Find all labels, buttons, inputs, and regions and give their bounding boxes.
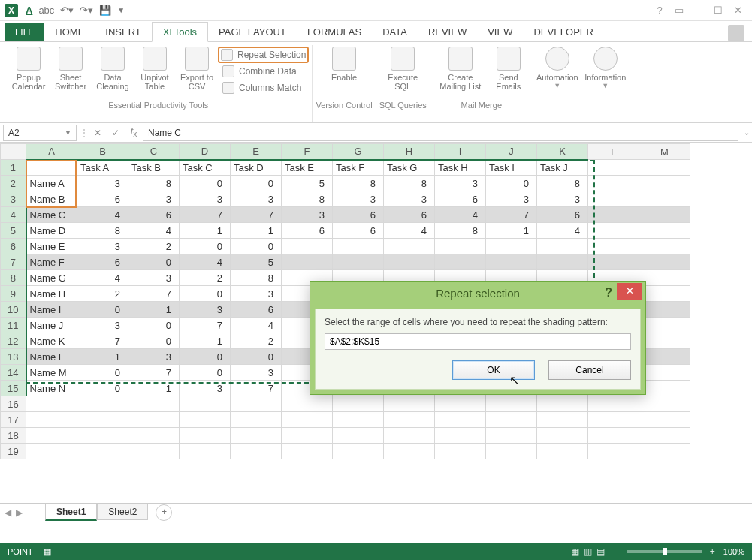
- cell[interactable]: [639, 365, 690, 381]
- cell[interactable]: Name G: [26, 270, 77, 286]
- cell[interactable]: Name D: [26, 223, 77, 239]
- cell[interactable]: 3: [435, 176, 486, 191]
- cell[interactable]: [537, 254, 588, 270]
- select-all-corner[interactable]: [1, 144, 26, 160]
- cell[interactable]: [180, 428, 231, 444]
- cell[interactable]: [282, 239, 333, 254]
- close-window-icon[interactable]: ✕: [728, 5, 747, 16]
- row-header[interactable]: 19: [1, 444, 26, 459]
- cell[interactable]: 1: [180, 333, 231, 349]
- accept-formula-icon[interactable]: ✓: [107, 128, 125, 138]
- cell[interactable]: 8: [435, 223, 486, 239]
- cell[interactable]: 3: [180, 302, 231, 318]
- version-control-enable-button[interactable]: Enable: [323, 45, 365, 99]
- cell[interactable]: 6: [77, 254, 128, 270]
- cell[interactable]: [26, 444, 77, 459]
- cell[interactable]: [486, 254, 537, 270]
- cell[interactable]: 3: [231, 191, 282, 207]
- cell[interactable]: Task F: [333, 160, 384, 176]
- cell[interactable]: 0: [231, 239, 282, 254]
- tab-page-layout[interactable]: PAGE LAYOUT: [208, 23, 297, 41]
- cell[interactable]: [384, 396, 435, 412]
- tab-xltools[interactable]: XLTools: [152, 22, 208, 42]
- cell[interactable]: [384, 412, 435, 428]
- cell[interactable]: Task D: [231, 160, 282, 176]
- cell[interactable]: 8: [282, 191, 333, 207]
- expand-formula-bar-icon[interactable]: ⌄: [744, 128, 750, 137]
- cell[interactable]: Name A: [26, 176, 77, 191]
- cell[interactable]: [384, 428, 435, 444]
- tab-file[interactable]: FILE: [5, 23, 44, 41]
- cell[interactable]: Name E: [26, 239, 77, 254]
- cell[interactable]: 8: [128, 176, 180, 191]
- cell[interactable]: [77, 444, 128, 459]
- cell[interactable]: [282, 444, 333, 459]
- row-header[interactable]: 8: [1, 270, 26, 286]
- cell[interactable]: [588, 223, 639, 239]
- view-normal-icon[interactable]: ▦: [571, 546, 579, 557]
- cell[interactable]: [588, 176, 639, 191]
- cell[interactable]: Name M: [26, 365, 77, 381]
- cell[interactable]: [77, 396, 128, 412]
- cell[interactable]: 0: [180, 286, 231, 302]
- cell[interactable]: 0: [77, 365, 128, 381]
- cell[interactable]: [639, 444, 690, 459]
- cell[interactable]: [333, 396, 384, 412]
- dialog-close-icon[interactable]: ✕: [617, 283, 642, 300]
- send-emails-button[interactable]: Send Emails: [488, 45, 530, 99]
- cell[interactable]: 0: [486, 176, 537, 191]
- cell[interactable]: [435, 396, 486, 412]
- cell[interactable]: Task C: [180, 160, 231, 176]
- cell[interactable]: [435, 239, 486, 254]
- cell[interactable]: [588, 191, 639, 207]
- cell[interactable]: 6: [333, 223, 384, 239]
- chevron-down-icon[interactable]: ▼: [65, 129, 71, 137]
- sheet-tab-sheet1[interactable]: Sheet1: [45, 504, 97, 521]
- row-header[interactable]: 5: [1, 223, 26, 239]
- cell[interactable]: [26, 428, 77, 444]
- cancel-formula-icon[interactable]: ✕: [89, 128, 107, 138]
- cell[interactable]: [128, 444, 180, 459]
- cell[interactable]: 8: [537, 176, 588, 191]
- cell[interactable]: [639, 286, 690, 302]
- cell[interactable]: 7: [231, 381, 282, 396]
- cell[interactable]: 3: [77, 176, 128, 191]
- columns-match-button[interactable]: Columns Match: [218, 80, 309, 96]
- row-header[interactable]: 13: [1, 349, 26, 365]
- cell[interactable]: 3: [537, 191, 588, 207]
- tab-view[interactable]: VIEW: [477, 23, 523, 41]
- repeat-selection-button[interactable]: Repeat Selection: [218, 47, 309, 63]
- cell[interactable]: [588, 444, 639, 459]
- cell[interactable]: [333, 254, 384, 270]
- cell[interactable]: [639, 349, 690, 365]
- column-header[interactable]: J: [486, 144, 537, 160]
- cell[interactable]: Task G: [384, 160, 435, 176]
- cell[interactable]: 7: [486, 207, 537, 223]
- unpivot-table-button[interactable]: Unpivot Table: [134, 45, 176, 99]
- row-header[interactable]: 16: [1, 396, 26, 412]
- view-page-layout-icon[interactable]: ▥: [584, 546, 592, 557]
- view-page-break-icon[interactable]: ▤: [596, 546, 605, 557]
- cell[interactable]: [588, 239, 639, 254]
- cell[interactable]: [435, 254, 486, 270]
- tab-data[interactable]: DATA: [372, 23, 418, 41]
- cell[interactable]: 6: [333, 207, 384, 223]
- cell[interactable]: 0: [77, 302, 128, 318]
- cell[interactable]: 4: [77, 270, 128, 286]
- sheet-tab-sheet2[interactable]: Sheet2: [97, 504, 148, 520]
- cell[interactable]: Task B: [128, 160, 180, 176]
- cell[interactable]: 4: [128, 223, 180, 239]
- cell[interactable]: 3: [384, 191, 435, 207]
- cell[interactable]: [384, 239, 435, 254]
- row-header[interactable]: 1: [1, 160, 26, 176]
- column-header[interactable]: G: [333, 144, 384, 160]
- cell[interactable]: [231, 412, 282, 428]
- cell[interactable]: 1: [486, 223, 537, 239]
- cell[interactable]: Task E: [282, 160, 333, 176]
- add-sheet-button[interactable]: +: [156, 504, 172, 521]
- cell[interactable]: Task J: [537, 160, 588, 176]
- namebox-resize-handle[interactable]: ⋮: [80, 128, 89, 138]
- fx-icon[interactable]: fx: [125, 126, 143, 138]
- column-header[interactable]: M: [639, 144, 690, 160]
- cell[interactable]: [486, 396, 537, 412]
